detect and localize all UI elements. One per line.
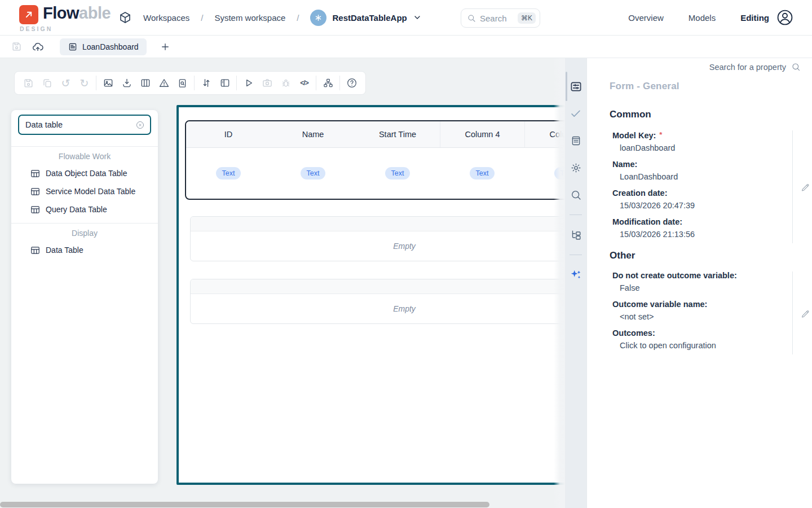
palette-divider [11,146,158,147]
document-preview-icon[interactable] [173,72,192,94]
other-property-group: Do not create outcome variable: False Ou… [612,270,793,357]
swap-sync-icon[interactable] [197,72,215,94]
palette-divider [11,223,158,224]
data-table-cell: Text [440,167,524,179]
run-play-icon[interactable] [239,72,258,94]
data-table-preview-row: Text Text Text Text Text [186,148,565,199]
search-placeholder: Search [480,14,507,23]
search-properties-icon[interactable] [565,181,586,208]
data-table-column-header[interactable]: Column 4 [440,121,524,147]
palette-item-label: Query Data Table [46,205,107,214]
global-search[interactable]: Search ⌘K [461,8,540,28]
property-field-name[interactable]: Name: LoanDashboard [612,159,793,182]
section-title-common: Common [610,109,651,120]
publish-cloud-upload-icon[interactable] [28,38,47,55]
brand-wordmark: Flowable [43,4,111,23]
user-avatar-icon[interactable] [776,8,794,27]
data-table-icon [30,245,41,256]
search-icon [467,14,476,23]
empty-subform-panel[interactable]: Empty [190,279,565,324]
undo-icon[interactable]: ↺ [56,72,75,94]
property-field-outcomes[interactable]: Outcomes: Click to open configuration [612,328,793,351]
columns-layout-icon[interactable] [136,72,155,94]
property-value: 15/03/2026 21:13:56 [612,229,793,240]
brand-sub-label: DESIGN [20,25,52,32]
empty-panel-placeholder: Empty [191,231,565,261]
data-table-column-header[interactable]: Start Time [355,121,440,147]
paste-icon[interactable] [38,72,56,94]
help-icon[interactable] [342,72,361,94]
properties-panel-title: Form - General [610,81,679,92]
property-field-creation-date: Creation date: 15/03/2026 20:47:39 [612,188,793,211]
palette-item-label: Data Object Data Table [46,169,127,178]
property-field-outcome-variable-name[interactable]: Outcome variable name: <not set> [612,299,793,322]
add-tab-button[interactable] [157,38,174,55]
import-icon[interactable] [117,72,136,94]
edit-pencil-icon[interactable] [800,182,811,193]
split-panel-icon[interactable] [215,72,234,94]
settings-gear-icon[interactable] [565,154,586,181]
edit-pencil-icon[interactable] [800,308,811,319]
empty-panel-header [191,279,565,294]
property-value: False [612,283,793,294]
property-field-model-key[interactable]: Model Key:* loanDashboard [612,129,793,154]
breadcrumb-system-workspace[interactable]: System workspace [214,13,285,23]
redo-icon[interactable]: ↻ [75,72,94,94]
form-model-icon [68,42,78,52]
palette-item-service-model-data-table[interactable]: Service Model Data Table [11,182,158,200]
form-design-surface[interactable]: ID Name Start Time Column 4 Column 5 Tex… [176,105,565,485]
tab-loandashboard[interactable]: LoanDashboard [60,38,147,55]
toolbar-separator [194,76,195,90]
main-area: ↺ ↻ </> [0,58,812,508]
toolbar-separator [96,76,96,90]
data-table-column-header[interactable]: Column 5 [524,121,565,147]
form-editor-canvas: ↺ ↻ </> [0,58,565,508]
top-nav: Overview Models Editing [628,0,769,36]
documentation-icon[interactable] [565,127,586,154]
data-table-header-row: ID Name Start Time Column 4 Column 5 [186,121,565,148]
nav-models[interactable]: Models [689,13,716,23]
code-view-icon[interactable]: </> [295,72,314,94]
palette-search-input[interactable] [25,120,135,129]
horizontal-scrollbar[interactable] [0,502,489,507]
sitemap-hierarchy-icon[interactable] [319,72,337,94]
validation-warning-icon[interactable] [155,72,173,94]
properties-icon-strip [565,58,586,508]
validation-check-icon[interactable] [565,100,586,127]
clear-search-icon[interactable] [135,120,145,130]
attributes-panel-icon[interactable] [565,73,586,100]
data-table-cell: Text [186,167,271,179]
data-table-component[interactable]: ID Name Start Time Column 4 Column 5 Tex… [185,120,565,200]
required-marker: * [659,130,662,139]
palette-item-data-table[interactable]: Data Table [11,241,158,259]
snapshot-camera-icon[interactable] [258,72,276,94]
model-tree-icon[interactable] [565,221,586,248]
breadcrumb-separator: / [297,13,299,23]
nav-overview[interactable]: Overview [628,13,664,23]
flowable-logo: Flowable DESIGN [16,3,117,32]
save-icon[interactable] [19,72,38,94]
property-field-no-outcome-variable[interactable]: Do not create outcome variable: False [612,270,793,294]
text-type-chip: Text [216,167,241,179]
save-icon[interactable] [7,38,26,55]
breadcrumb-workspaces[interactable]: Workspaces [143,13,189,23]
palette-item-query-data-table[interactable]: Query Data Table [11,200,158,218]
palette-item-data-object-data-table[interactable]: Data Object Data Table [11,164,158,182]
property-value: loanDashboard [612,143,793,154]
app-switcher[interactable]: RestDataTableApp [310,10,421,26]
palette-search-field[interactable] [18,115,151,135]
palette-section-title: Display [11,229,158,238]
property-search[interactable]: Search for a property [709,62,801,72]
data-table-column-header[interactable]: ID [186,121,271,147]
data-table-column-header[interactable]: Name [271,121,355,147]
debug-bug-icon[interactable] [276,72,295,94]
empty-subform-panel[interactable]: Empty [190,216,565,261]
section-title-other: Other [610,250,635,261]
image-icon[interactable] [99,72,117,94]
nav-editing[interactable]: Editing [740,13,769,23]
breadcrumb-separator: / [201,13,203,23]
ai-sparkles-icon[interactable] [565,261,586,288]
data-table-cell: Text [271,167,355,179]
property-value: Click to open configuration [612,340,793,351]
flowable-logo-icon [19,5,38,24]
